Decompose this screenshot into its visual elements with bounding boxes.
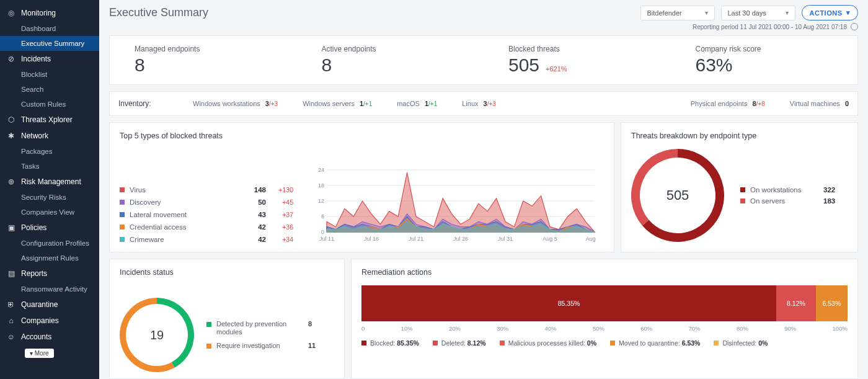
top5-row: Crimeware 42 +34 — [120, 233, 293, 246]
nav-sub-companies-view[interactable]: Companies View — [0, 205, 99, 220]
kpi-blocked-threats: Blocked threats 505+621% — [484, 45, 671, 76]
breakdown-donut: 505 — [631, 149, 724, 242]
incidents-total: 19 — [120, 298, 194, 372]
inventory-value: 1/+1 — [360, 100, 372, 107]
sidebar: ◎MonitoringDashboardExecutive Summary⊘In… — [0, 0, 99, 379]
color-swatch — [120, 187, 125, 192]
top5-row: Credential access 42 +36 — [120, 221, 293, 233]
remediation-axis: 010%20%30%40%50%60%70%80%90%100% — [361, 325, 848, 332]
remediation-legend-label: Deleted: 8.12% — [441, 339, 486, 347]
top5-chart: 06121824Jul 11Jul 16Jul 21Jul 26Jul 31Au… — [312, 167, 604, 246]
top5-row: Virus 148 +130 — [120, 184, 293, 196]
nav-section-risk-management[interactable]: ⊛Risk Management — [0, 174, 99, 190]
top5-delta: +37 — [271, 211, 293, 218]
incidents-name: Require investigation — [216, 342, 303, 350]
inventory-name: macOS — [397, 100, 420, 107]
nav-label: Risk Management — [21, 177, 81, 186]
nav-section-incidents[interactable]: ⊘Incidents — [0, 51, 99, 67]
nav-sub-security-risks[interactable]: Security Risks — [0, 190, 99, 205]
nav-section-companies[interactable]: ⌂Companies — [0, 313, 99, 329]
top5-row: Discovery 50 +45 — [120, 196, 293, 208]
axis-tick: 50% — [593, 325, 604, 332]
main-content: Executive Summary Bitdefender ▾ Last 30 … — [99, 0, 868, 379]
top5-value: 50 — [244, 198, 266, 206]
nav-section-policies[interactable]: ▣Policies — [0, 220, 99, 236]
nav-sub-dashboard[interactable]: Dashboard — [0, 21, 99, 36]
top5-delta: +45 — [271, 198, 293, 206]
nav-icon: ⌂ — [6, 316, 16, 325]
chevron-down-icon: ▾ — [705, 9, 708, 16]
top5-delta: +34 — [271, 236, 293, 243]
nav-section-monitoring[interactable]: ◎Monitoring — [0, 5, 99, 21]
svg-text:12: 12 — [318, 198, 324, 204]
nav-icon: ◎ — [6, 9, 16, 17]
nav-label: Accounts — [21, 332, 51, 341]
inventory-value: 0 — [845, 100, 849, 107]
axis-tick: 20% — [449, 325, 461, 332]
breakdown-title: Threats breakdown by endpoint type — [631, 132, 848, 140]
top5-name: Discovery — [130, 198, 239, 206]
nav-section-accounts[interactable]: ☺Accounts — [0, 329, 99, 345]
incidents-legend-item: Require investigation 11 — [206, 339, 316, 352]
nav-sub-ransomware-activity[interactable]: Ransomware Activity — [0, 282, 99, 297]
kpi-label: Active endpoints — [322, 45, 459, 53]
nav-label: Monitoring — [21, 9, 56, 17]
nav-icon: ⊘ — [6, 55, 16, 63]
inventory-value: 8/+8 — [752, 100, 764, 107]
remediation-segment: 8.12% — [776, 285, 816, 321]
nav-sub-blocklist[interactable]: Blocklist — [0, 67, 99, 82]
top5-value: 43 — [244, 211, 266, 218]
remediation-legend: Blocked: 85.35% Deleted: 8.12% Malicious… — [361, 339, 848, 347]
company-select[interactable]: Bitdefender ▾ — [640, 6, 715, 20]
nav-section-reports[interactable]: ▤Reports — [0, 265, 99, 282]
nav-sub-configuration-profiles[interactable]: Configuration Profiles — [0, 236, 99, 251]
remediation-segment: 6.53% — [816, 285, 848, 321]
nav-section-network[interactable]: ✱Network — [0, 128, 99, 144]
nav-sub-executive-summary[interactable]: Executive Summary — [0, 36, 99, 51]
top5-delta: +130 — [271, 186, 293, 194]
nav-label: Incidents — [21, 55, 51, 63]
nav-section-quarantine[interactable]: ⛨Quarantine — [0, 297, 99, 313]
nav-sub-packages[interactable]: Packages — [0, 144, 99, 159]
top5-delta: +36 — [271, 223, 293, 231]
period-select[interactable]: Last 30 days ▾ — [721, 6, 795, 20]
nav-sub-tasks[interactable]: Tasks — [0, 159, 99, 174]
period-select-value: Last 30 days — [728, 9, 766, 17]
kpi-active-endpoints: Active endpoints 8 — [297, 45, 484, 76]
color-swatch — [500, 341, 505, 346]
nav-section-threats-xplorer[interactable]: ⬡Threats Xplorer — [0, 112, 99, 128]
inventory-name: Windows servers — [303, 100, 355, 107]
incidents-legend: Detected by prevention modules 8 Require… — [206, 318, 316, 352]
nav-icon: ⛨ — [6, 300, 16, 309]
header-row: Executive Summary Bitdefender ▾ Last 30 … — [109, 5, 858, 20]
more-button[interactable]: ▾ More — [25, 349, 54, 358]
breakdown-legend-item: On servers 183 — [740, 195, 835, 207]
color-swatch — [714, 341, 719, 346]
nav-label: Companies — [21, 316, 59, 325]
kpi-company-risk-score: Company risk score 63% — [671, 45, 858, 76]
svg-text:24: 24 — [318, 167, 324, 173]
incidents-card: Incidents status 19 Detected by preventi… — [109, 259, 345, 379]
kpi-value: 63% — [696, 55, 833, 76]
reporting-period: Reporting period 11 Jul 2021 00:00 - 10 … — [693, 24, 847, 30]
svg-text:Jul 21: Jul 21 — [409, 236, 423, 242]
incidents-value: 11 — [308, 342, 316, 349]
refresh-icon[interactable] — [851, 23, 858, 30]
breakdown-total: 505 — [631, 149, 724, 242]
nav-sub-custom-rules[interactable]: Custom Rules — [0, 97, 99, 112]
svg-text:0: 0 — [321, 229, 324, 235]
nav-sub-assignment-rules[interactable]: Assignment Rules — [0, 251, 99, 265]
nav-icon: ▣ — [6, 223, 16, 232]
nav-label: Threats Xplorer — [21, 115, 73, 124]
breakdown-legend: On workstations 322 On servers 183 — [740, 184, 835, 207]
chevron-down-icon: ▾ — [846, 9, 851, 17]
top5-name: Lateral movement — [130, 211, 239, 218]
axis-tick: 10% — [401, 325, 413, 332]
kpi-value: 505+621% — [508, 55, 646, 76]
nav-sub-search[interactable]: Search — [0, 82, 99, 97]
breakdown-legend-item: On workstations 322 — [740, 184, 835, 195]
inventory-name: Virtual machines — [790, 100, 840, 107]
color-swatch — [740, 187, 745, 192]
axis-tick: 100% — [833, 325, 848, 332]
actions-button[interactable]: ACTIONS ▾ — [802, 5, 859, 20]
